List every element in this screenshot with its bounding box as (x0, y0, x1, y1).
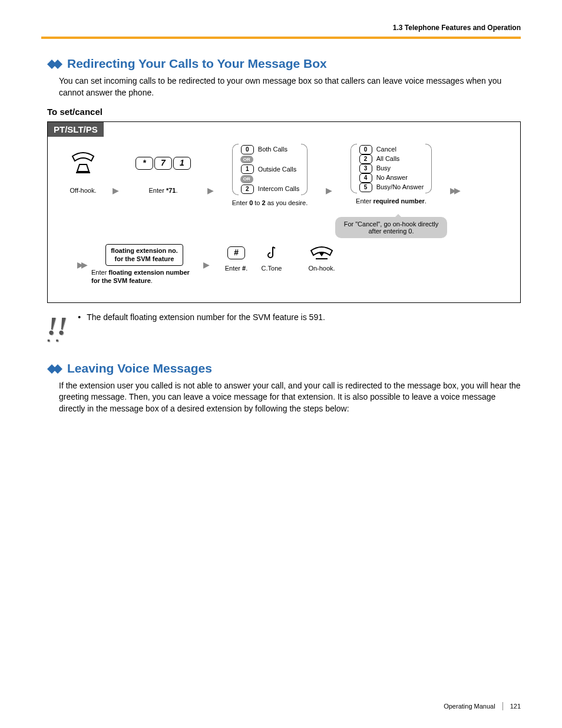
arrow-icon: ▶ (207, 186, 214, 195)
footer-divider (503, 702, 503, 710)
section-intro-redirect: You can set incoming calls to be redirec… (59, 75, 521, 98)
arrow-icon: ▶ (113, 186, 119, 195)
offhook-caption: Off-hook. (70, 186, 96, 195)
note-icon: !!▪ ▪ (47, 312, 67, 343)
call-type-options: 0Both Calls OR 1Outside Calls OR 2Interc… (232, 143, 308, 196)
mode-caption: Enter required number. (356, 197, 427, 205)
section-title-leaving: Leaving Voice Messages (47, 361, 521, 375)
bullet-icon: • (78, 312, 81, 322)
arrow-icon: ▶ (326, 186, 332, 195)
ctone-caption: C.Tone (262, 264, 282, 272)
procedure-row-1: Off-hook. ▶ *71 Enter *71. ▶ 0Both Cal (59, 143, 508, 238)
footer-manual: Operating Manual (444, 703, 495, 710)
header-rule (41, 37, 521, 39)
hash-caption: Enter #. (225, 264, 248, 272)
onhook-icon (308, 244, 336, 262)
call-type-caption: Enter 0 to 2 as you desire. (232, 199, 308, 207)
continue-arrow-icon: ▶▶ (450, 186, 458, 195)
section-title-redirect: Redirecting Your Calls to Your Message B… (47, 57, 521, 71)
page-footer: Operating Manual 121 (444, 702, 521, 710)
onhook-caption: On-hook. (308, 264, 335, 272)
floating-ext-box: floating extension no. for the SVM featu… (105, 244, 183, 265)
cancel-callout: For "Cancel", go on-hook directly after … (335, 217, 447, 238)
note-text: The default floating extension number fo… (87, 312, 325, 322)
offhook-icon (69, 143, 97, 184)
confirmation-tone-icon (266, 244, 277, 262)
footer-page-number: 121 (510, 703, 521, 710)
arrow-icon: ▶ (203, 260, 210, 269)
svg-marker-3 (319, 253, 324, 256)
section-intro-leaving: If the extension user you called is not … (59, 380, 521, 415)
header-breadcrumb: 1.3 Telephone Features and Operation (41, 24, 521, 32)
floating-ext-caption: Enter floating extension number for the … (91, 268, 197, 285)
procedure-row-2: ▶▶ floating extension no. for the SVM fe… (59, 244, 508, 285)
mode-options: 0Cancel 2All Calls 3Busy 4No Answer 5Bus… (351, 143, 432, 195)
continue-arrow-icon: ▶▶ (77, 260, 85, 269)
dial-71-caption: Enter *71. (149, 186, 178, 195)
note-row: !!▪ ▪ • The default floating extension n… (47, 312, 521, 343)
svg-marker-6 (53, 364, 62, 374)
subhead-set-cancel: To set/cancel (47, 107, 521, 117)
svg-marker-1 (53, 60, 62, 69)
diamond-bullet-icon (47, 60, 64, 69)
diamond-bullet-icon (47, 364, 64, 374)
procedure-box: PT/SLT/PS Off-hook. ▶ (47, 121, 521, 303)
hash-key: # (227, 246, 245, 259)
dial-71-keys: *71 (135, 143, 191, 184)
device-tab: PT/SLT/PS (48, 122, 104, 137)
